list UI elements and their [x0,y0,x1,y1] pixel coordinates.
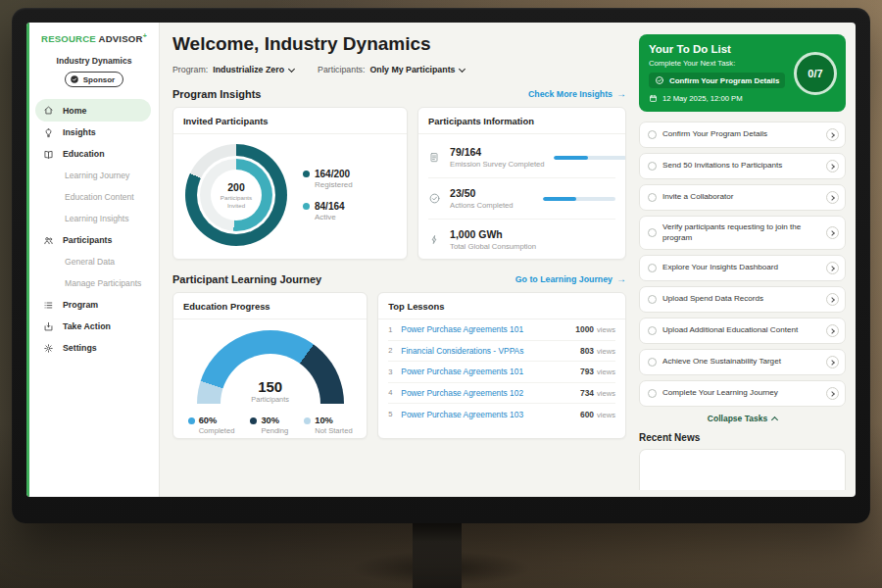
collapse-tasks-link[interactable]: Collapse Tasks [639,414,846,423]
sidebar-item-home[interactable]: Home [35,99,151,122]
sidebar-item-insights[interactable]: Insights [29,122,159,143]
next-task-chip[interactable]: Confirm Your Program Details [649,73,785,88]
lesson-row: 2 Financial Considerations - VPPAs 803vi… [388,341,615,363]
program-select-value: Industrialize Zero [213,65,284,74]
app-logo: RESOURCE ADVISOR+ [29,32,159,44]
org-name: Industry Dynamics [29,56,159,66]
task-checkbox[interactable] [648,130,657,139]
task-checkbox[interactable] [648,264,657,272]
task-complete-learning-journey[interactable]: Complete Your Learning Journey [639,380,846,407]
sponsor-label: Sponsor [83,75,115,84]
logo-plus: + [143,32,147,39]
filters-row: Program: Industrialize Zero Participants… [172,65,626,74]
task-upload-educational-content[interactable]: Upload Additional Educational Content [639,318,846,344]
legend-item: 84/164 Active [303,201,353,221]
legend-dot [250,417,257,424]
lesson-row: 5 Power Purchase Agreements 103 600views [388,404,615,425]
lesson-row: 1 Power Purchase Agreements 101 1000view… [388,319,615,341]
top-lessons-card: Top Lessons 1 Power Purchase Agreements … [377,292,626,439]
task-chevron-button[interactable] [826,128,839,141]
take-action-icon [43,321,55,332]
monitor-bezel: RESOURCE ADVISOR+ Industry Dynamics Spon… [12,8,870,523]
legend-dot [304,417,311,424]
home-icon [43,105,55,116]
monitor-stand [413,516,462,588]
gauge-center-value: 150 [197,378,344,395]
task-checkbox[interactable] [648,228,657,237]
sidebar-item-education[interactable]: Education [29,143,159,165]
task-verify-participants[interactable]: Verify participants requesting to join t… [639,216,846,250]
task-checkbox[interactable] [648,193,657,202]
sidebar-item-settings[interactable]: Settings [29,337,159,359]
app-window: RESOURCE ADVISOR+ Industry Dynamics Spon… [26,23,856,497]
calendar-icon [649,94,658,103]
logo-advisor: ADVISOR [99,33,143,44]
sidebar-item-participants[interactable]: Participants [29,229,159,251]
sidebar-item-manage-participants[interactable]: Manage Participants [29,272,159,294]
task-chevron-button[interactable] [826,262,839,274]
chevron-down-icon [288,65,295,72]
sidebar-item-learning-journey[interactable]: Learning Journey [29,165,159,186]
legend-dot [188,417,195,424]
insights-icon [43,127,55,138]
task-chevron-button[interactable] [826,293,839,306]
task-chevron-button[interactable] [826,191,839,204]
task-checkbox[interactable] [648,162,657,171]
sidebar-item-education-content[interactable]: Education Content [29,186,159,208]
task-chevron-button[interactable] [826,387,839,400]
actions-check-icon [428,192,441,205]
legend-item: 60% Completed [188,416,235,435]
donut-center-value: 200 [227,181,245,193]
sidebar-item-take-action[interactable]: Take Action [29,316,159,337]
go-to-learning-journey-link[interactable]: Go to Learning Journey → [515,274,626,284]
sidebar-nav: Home Insights Education Learning Journey [29,99,159,359]
check-more-insights-link[interactable]: Check More Insights → [528,89,626,99]
lesson-link[interactable]: Power Purchase Agreements 102 [401,388,523,398]
card-title: Participants Information [418,108,625,134]
lesson-row: 4 Power Purchase Agreements 102 734views [388,383,615,405]
recent-news-card[interactable] [639,449,846,490]
sidebar-item-program[interactable]: Program [29,294,159,316]
section-title-program-insights: Program Insights [172,88,261,100]
next-task-time: 12 May 2025, 12:00 PM [649,94,836,103]
program-select[interactable]: Industrialize Zero [213,65,294,74]
card-title: Top Lessons [378,293,625,319]
task-chevron-button[interactable] [826,356,839,368]
participants-filter-label: Participants: [318,65,365,74]
participants-icon [43,235,55,246]
sidebar-item-learning-insights[interactable]: Learning Insights [29,208,159,229]
participants-select[interactable]: Only My Participants [369,65,465,74]
legend-item: 10% Not Started [304,416,352,435]
sidebar-item-general-data[interactable]: General Data [29,251,159,272]
task-achieve-sustainability-target[interactable]: Achieve One Sustainability Target [639,349,846,375]
education-gauge-chart: 150 Participants [197,330,344,404]
task-chevron-button[interactable] [826,160,839,172]
task-checkbox[interactable] [648,358,657,367]
task-send-invitations[interactable]: Send 50 Invitations to Participants [639,153,846,179]
task-checkbox[interactable] [648,295,657,304]
gear-icon [43,343,55,354]
task-chevron-button[interactable] [826,226,839,239]
lesson-link[interactable]: Power Purchase Agreements 101 [401,367,523,376]
actions-progress-bar [543,197,615,201]
task-chevron-button[interactable] [826,324,839,337]
info-row-emission-survey: 79/164 Emission Survey Completed [428,137,615,178]
lesson-link[interactable]: Power Purchase Agreements 103 [401,410,523,419]
lesson-link[interactable]: Financial Considerations - VPPAs [401,346,523,356]
task-upload-spend-data[interactable]: Upload Spend Data Records [639,286,846,313]
emission-survey-progress-bar [554,156,626,160]
task-confirm-program-details[interactable]: Confirm Your Program Details [639,122,846,148]
program-icon [43,300,55,311]
page-title: Welcome, Industry Dynamics [172,33,626,55]
task-invite-collaborator[interactable]: Invite a Collaborator [639,184,846,211]
task-checkbox[interactable] [648,326,657,335]
main-content: Welcome, Industry Dynamics Program: Indu… [160,23,636,497]
task-explore-insights[interactable]: Explore Your Insights Dashboard [639,255,846,281]
gauge-center-label: Participants [197,395,344,404]
invited-donut-chart: 200 Participants Invited [185,144,287,246]
lesson-link[interactable]: Power Purchase Agreements 101 [401,324,523,334]
sponsor-icon [70,74,79,84]
task-checkbox[interactable] [648,389,657,398]
sponsor-badge: Sponsor [65,72,123,87]
legend-dot [303,171,310,177]
